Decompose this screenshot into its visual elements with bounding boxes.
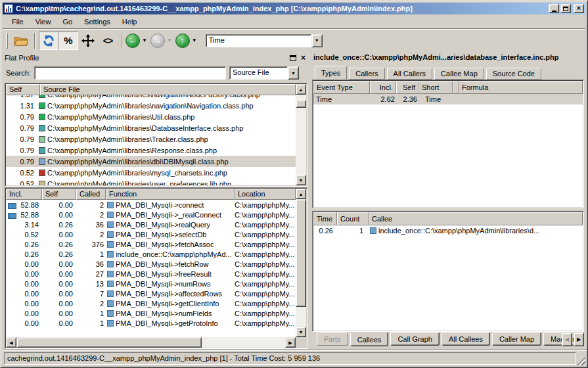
menu-settings[interactable]: Settings: [78, 16, 116, 28]
combobox-dropdown-button[interactable]: ▼: [288, 66, 299, 80]
column-header-called[interactable]: Called: [76, 189, 106, 200]
scroll-down-button[interactable]: ▼: [296, 175, 306, 185]
menu-help[interactable]: Help: [116, 16, 143, 28]
function-cell: PMA_DBI_Mysqli->fetchAssoc: [106, 241, 235, 248]
column-header-callee[interactable]: Callee: [369, 212, 583, 225]
column-header-incl[interactable]: Incl.: [6, 189, 42, 200]
source-file-row[interactable]: 0.79C:\xampp\phpMyAdmin\libraries\Databa…: [6, 122, 296, 133]
source-file-row[interactable]: 0.79C:\xampp\phpMyAdmin\libraries\dbi\DB…: [6, 156, 296, 167]
scroll-up-button[interactable]: ▲: [296, 84, 306, 95]
scroll-left-button[interactable]: ◀: [6, 337, 16, 348]
column-header-short[interactable]: Short: [418, 81, 453, 94]
title-bar[interactable]: C:\xampp\tmp\cachegrind.out.1416463299-C…: [3, 3, 585, 14]
source-file-row[interactable]: 1.37C:\xampp\phpMyAdmin\libraries\naviga…: [6, 95, 296, 100]
dock-float-icon[interactable]: [290, 55, 296, 61]
tab-parts[interactable]: Parts: [317, 333, 348, 346]
scrollbar-thumb[interactable]: [296, 100, 306, 108]
scroll-right-button[interactable]: ▶: [285, 337, 296, 348]
function-row[interactable]: 0.260.261include_once::C:\xampp\phpMyAd.…: [6, 249, 296, 259]
menu-file[interactable]: File: [6, 16, 30, 28]
column-header-count[interactable]: Count: [337, 212, 369, 225]
event-type-row[interactable]: Time 2.62 2.36 Time: [313, 94, 583, 104]
source-file-row[interactable]: 0.52C:\xampp\phpMyAdmin\libraries\user_p…: [6, 178, 296, 185]
scroll-down-button[interactable]: ▼: [296, 327, 306, 337]
tab-callees[interactable]: Callees: [350, 333, 389, 346]
source-file-row[interactable]: 0.79C:\xampp\phpMyAdmin\libraries\Util.c…: [6, 111, 296, 122]
column-header-formula[interactable]: Formula: [459, 81, 583, 94]
tab-callers[interactable]: Callers: [349, 68, 384, 80]
function-row[interactable]: 0.000.002PMA_DBI_Mysqli->getClientInfoC:…: [6, 298, 296, 308]
menu-go[interactable]: Go: [57, 16, 78, 28]
function-row[interactable]: 52.880.002PMA_DBI_Mysqli->_realConnectC:…: [6, 210, 296, 219]
source-file-row[interactable]: 0.52C:\xampp\phpMyAdmin\libraries\mysql_…: [6, 167, 296, 178]
function-table-hscrollbar[interactable]: ◀ ▶: [6, 337, 296, 348]
shorten-templates-button[interactable]: <>: [98, 32, 118, 50]
column-header-self[interactable]: Self: [396, 81, 418, 94]
back-dropdown[interactable]: ▼: [142, 37, 147, 43]
source-list-scrollbar[interactable]: ▲ ▼: [296, 84, 306, 185]
column-header-time[interactable]: Time: [313, 212, 337, 225]
dock-close-icon[interactable]: ×: [301, 54, 305, 62]
tab-all-callees[interactable]: All Callees: [441, 333, 490, 346]
close-button[interactable]: ×: [574, 4, 584, 13]
tab-scroll-left-button[interactable]: ◀: [562, 333, 572, 346]
function-name: PMA_DBI_Mysqli->connect: [116, 201, 204, 209]
reload-button[interactable]: [39, 32, 58, 50]
function-row[interactable]: 52.880.002PMA_DBI_Mysqli->connectC:\xamp…: [6, 200, 296, 210]
resize-grip[interactable]: [577, 357, 585, 365]
column-header-location[interactable]: Location: [235, 189, 296, 200]
function-row[interactable]: 0.260.26376PMA_DBI_Mysqli->fetchAssocC:\…: [6, 239, 296, 249]
column-header-source-file[interactable]: Source File: [40, 84, 296, 95]
combobox-dropdown-button[interactable]: ▼: [311, 34, 323, 47]
scroll-up-button[interactable]: ▲: [296, 189, 306, 199]
function-row[interactable]: 0.520.002PMA_DBI_Mysqli->selectDbC:\xamp…: [6, 229, 296, 239]
tab-scroll-right-button[interactable]: ▶: [574, 333, 584, 346]
function-row[interactable]: 0.000.0013PMA_DBI_Mysqli->numRowsC:\xamp…: [6, 279, 296, 288]
grouping-combobox[interactable]: Source File ▼: [229, 66, 299, 80]
dock-title-bar[interactable]: Flat Profile ×: [5, 52, 305, 64]
column-header-function[interactable]: Function: [106, 189, 235, 200]
toolbar-handle[interactable]: [6, 33, 8, 49]
function-row[interactable]: 0.000.001PMA_DBI_Mysqli->numFieldsC:\xam…: [6, 308, 296, 318]
incl-cell: 52.88: [6, 211, 42, 219]
percent-relative-button[interactable]: %: [58, 32, 78, 50]
tab-callee-map[interactable]: Callee Map: [434, 68, 484, 80]
event-type-combobox[interactable]: Time ▼: [206, 34, 323, 47]
forward-button[interactable]: →: [150, 34, 165, 48]
callee-row[interactable]: 0.26 1 include_once::C:\xampp\phpMyAdmin…: [313, 225, 583, 236]
tab-call-graph[interactable]: Call Graph: [390, 333, 440, 346]
tab-source-code[interactable]: Source Code: [486, 68, 541, 80]
event-type-value[interactable]: Time: [206, 34, 311, 47]
scrollbar-thumb[interactable]: [16, 337, 202, 348]
function-row[interactable]: 0.000.0036PMA_DBI_Mysqli->fetchRowC:\xam…: [6, 259, 296, 269]
menu-view[interactable]: View: [30, 16, 57, 28]
tab-all-callers[interactable]: All Callers: [387, 68, 433, 80]
back-button[interactable]: ←: [125, 34, 140, 48]
cycle-detection-button[interactable]: [78, 32, 98, 50]
tab-types[interactable]: Types: [315, 66, 347, 80]
up-button[interactable]: ↑: [175, 34, 190, 48]
tab-caller-map[interactable]: Caller Map: [492, 333, 541, 346]
scrollbar-thumb[interactable]: [296, 199, 306, 307]
search-input[interactable]: [34, 66, 226, 80]
grouping-value[interactable]: Source File: [229, 66, 288, 80]
source-file-row[interactable]: 0.79C:\xampp\phpMyAdmin\libraries\Respon…: [6, 145, 296, 156]
source-file-row[interactable]: 0.79C:\xampp\phpMyAdmin\libraries\Tracke…: [6, 133, 296, 145]
source-file-row[interactable]: 1.31C:\xampp\phpMyAdmin\libraries\naviga…: [6, 100, 296, 111]
function-row[interactable]: 3.140.2636PMA_DBI_Mysqli->realQueryC:\xa…: [6, 219, 296, 229]
column-header-spacer[interactable]: [453, 81, 459, 94]
forward-dropdown[interactable]: ▼: [167, 37, 172, 43]
minimize-button[interactable]: [549, 4, 559, 13]
maximize-button[interactable]: [560, 4, 571, 13]
function-row[interactable]: 0.000.007PMA_DBI_Mysqli->affectedRowsC:\…: [6, 288, 296, 298]
column-header-self[interactable]: Self: [42, 189, 76, 200]
function-cell: PMA_DBI_Mysqli->getClientInfo: [106, 300, 235, 308]
column-header-self[interactable]: Self: [6, 84, 40, 95]
function-row[interactable]: 0.000.001PMA_DBI_Mysqli->getProtoInfoC:\…: [6, 318, 296, 328]
column-header-incl[interactable]: Incl.: [370, 81, 396, 94]
open-file-button[interactable]: [11, 32, 31, 50]
up-dropdown[interactable]: ▼: [192, 37, 197, 43]
function-table-vscrollbar[interactable]: ▲ ▼: [296, 189, 306, 337]
column-header-event-type[interactable]: Event Type: [313, 81, 370, 94]
function-row[interactable]: 0.000.0027PMA_DBI_Mysqli->freeResultC:\x…: [6, 269, 296, 279]
